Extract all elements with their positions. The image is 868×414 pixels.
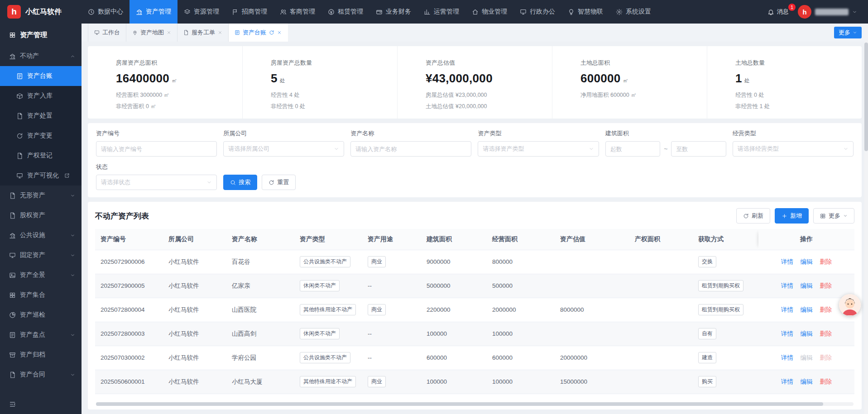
cell-asset-name: 山西高剑 xyxy=(226,322,294,346)
range-separator: ~ xyxy=(664,145,667,152)
detail-link[interactable]: 详情 xyxy=(781,354,793,361)
company-select[interactable]: 请选择所属公司 xyxy=(223,141,344,157)
sidebar-item-asset-archive[interactable]: 资产归档 xyxy=(0,345,82,365)
stat-asset-total-value: 资产总估值 ¥43,000,000 房屋总估值 ¥23,000,000 土地总估… xyxy=(398,46,552,119)
tab-asset-ledger[interactable]: 资产台账 xyxy=(229,24,288,42)
edit-link[interactable]: 编辑 xyxy=(801,258,813,265)
nav-item-system-settings[interactable]: 系统设置 xyxy=(609,0,657,24)
tab-service-order[interactable]: 服务工单 xyxy=(177,24,229,42)
messages-button[interactable]: 消息 1 xyxy=(767,8,789,16)
cell-biz-area: 500000 xyxy=(487,274,555,298)
nav-item-label: 智慧物联 xyxy=(578,8,603,16)
table-row: 2025072900006 小红马软件 百花谷 公共设施类不动产 商业 9000… xyxy=(95,250,854,274)
build-area-min-input[interactable] xyxy=(605,141,661,157)
sidebar-item-asset-panorama[interactable]: 资产全景 xyxy=(0,265,82,285)
sidebar-collapse-button[interactable] xyxy=(0,394,82,414)
workbench-icon xyxy=(94,30,100,35)
edit-link[interactable]: 编辑 xyxy=(801,330,813,337)
sidebar-item-asset-change[interactable]: 资产变更 xyxy=(0,126,82,146)
customer-service-avatar[interactable] xyxy=(839,294,861,316)
nav-item-smart-iot[interactable]: 智慧物联 xyxy=(561,0,609,24)
nav-item-merchant-mgmt[interactable]: 客商管理 xyxy=(273,0,321,24)
search-button[interactable]: 搜索 xyxy=(223,175,257,190)
detail-link[interactable]: 详情 xyxy=(781,330,793,337)
detail-link[interactable]: 详情 xyxy=(781,258,793,265)
nav-item-admin-office[interactable]: 行政办公 xyxy=(513,0,561,24)
nav-item-investment-mgmt[interactable]: 招商管理 xyxy=(225,0,273,24)
reset-button[interactable]: 重置 xyxy=(262,175,296,190)
asset-type-tag: 休闲类不动产 xyxy=(300,280,340,291)
sidebar-item-asset-contract[interactable]: 资产合同 xyxy=(0,365,82,385)
close-icon[interactable] xyxy=(277,30,282,35)
more-actions-button[interactable]: 更多 xyxy=(813,208,854,224)
sidebar-item-real-estate[interactable]: 不动产 xyxy=(0,46,82,66)
stat-value: 16400000 xyxy=(116,71,169,86)
tabs-more-button[interactable]: 更多 xyxy=(834,27,862,38)
asset-type-select[interactable]: 请选择资产类型 xyxy=(478,141,599,157)
delete-link[interactable]: 删除 xyxy=(820,354,832,361)
user-menu[interactable]: h xyxy=(798,5,857,19)
delete-link[interactable]: 删除 xyxy=(820,330,832,337)
brand[interactable]: h 小红马软件 xyxy=(0,0,82,24)
filter-asset-name: 资产名称 xyxy=(350,129,471,157)
asset-name-input[interactable] xyxy=(350,141,471,157)
col-usage: 资产用途 xyxy=(362,229,421,250)
detail-link[interactable]: 详情 xyxy=(781,378,793,385)
sidebar-item-asset-disposal[interactable]: 资产处置 xyxy=(0,106,82,126)
edit-link[interactable]: 编辑 xyxy=(801,354,813,361)
sidebar-item-asset-inspection[interactable]: 资产巡检 xyxy=(0,305,82,325)
refresh-icon[interactable] xyxy=(269,30,274,35)
detail-link[interactable]: 详情 xyxy=(781,282,793,289)
clock-icon xyxy=(88,9,95,15)
sidebar-item-asset-visualization[interactable]: 资产可视化 xyxy=(0,166,82,186)
refresh-button[interactable]: 刷新 xyxy=(736,208,770,224)
vertical-scrollbar[interactable] xyxy=(864,24,868,414)
tab-workbench[interactable]: 工作台 xyxy=(88,24,126,42)
build-area-max-input[interactable] xyxy=(671,141,726,157)
cell-company: 小红马软件 xyxy=(163,250,226,274)
delete-link[interactable]: 删除 xyxy=(820,258,832,265)
nav-item-property-mgmt[interactable]: 物业管理 xyxy=(465,0,513,24)
detail-link[interactable]: 详情 xyxy=(781,306,793,313)
cell-value: 8000000 xyxy=(555,298,629,322)
chevron-down-icon xyxy=(843,214,848,218)
delete-link[interactable]: 删除 xyxy=(820,282,832,289)
edit-link[interactable]: 编辑 xyxy=(801,306,813,313)
sidebar-item-public-facilities[interactable]: 公共设施 xyxy=(0,225,82,245)
nav-item-data-center[interactable]: 数据中心 xyxy=(82,0,129,24)
tab-asset-map[interactable]: 资产地图 xyxy=(126,24,177,42)
nav-item-lease-mgmt[interactable]: 租赁管理 xyxy=(321,0,369,24)
delete-link[interactable]: 删除 xyxy=(820,306,832,313)
nav-item-asset-mgmt[interactable]: 资产管理 xyxy=(129,0,177,24)
sidebar-item-asset-ledger[interactable]: 资产台账 xyxy=(0,66,82,86)
horizontal-scrollbar[interactable] xyxy=(96,402,854,406)
biz-type-select[interactable]: 请选择经营类型 xyxy=(733,141,854,157)
nav-item-business-finance[interactable]: 业务财务 xyxy=(369,0,417,24)
sidebar-item-asset-inbound[interactable]: 资产入库 xyxy=(0,86,82,106)
close-icon[interactable] xyxy=(167,30,171,35)
bulb-icon xyxy=(568,9,575,15)
close-icon[interactable] xyxy=(218,30,222,35)
content-area: 工作台 资产地图 服务工单 资产台账 xyxy=(82,24,868,414)
delete-link[interactable]: 删除 xyxy=(820,378,832,385)
add-button[interactable]: 新增 xyxy=(775,208,809,224)
sidebar-item-asset-inventory[interactable]: 资产盘点 xyxy=(0,325,82,345)
chevron-down-icon xyxy=(70,333,75,338)
sidebar-item-fixed-assets[interactable]: 固定资产 xyxy=(0,245,82,265)
sidebar-item-asset-collection[interactable]: 资产集合 xyxy=(0,285,82,305)
cell-build-area: 100000 xyxy=(421,322,487,346)
nav-item-resource-mgmt[interactable]: 资源管理 xyxy=(177,0,225,24)
asset-code-input[interactable] xyxy=(96,141,217,157)
edit-link[interactable]: 编辑 xyxy=(801,378,813,385)
nav-item-operation-mgmt[interactable]: 运营管理 xyxy=(417,0,465,24)
sidebar-item-intangible-assets[interactable]: 无形资产 xyxy=(0,186,82,205)
horizontal-scrollbar-thumb[interactable] xyxy=(96,402,823,406)
cell-value xyxy=(555,250,629,274)
cell-company: 小红马软件 xyxy=(163,322,226,346)
vertical-scrollbar-thumb[interactable] xyxy=(864,43,868,151)
file-icon xyxy=(9,192,16,199)
sidebar-item-property-registration[interactable]: 产权登记 xyxy=(0,146,82,166)
status-select[interactable]: 请选择状态 xyxy=(96,175,217,190)
edit-link[interactable]: 编辑 xyxy=(801,282,813,289)
sidebar-item-equity-assets[interactable]: 股权资产 xyxy=(0,205,82,225)
